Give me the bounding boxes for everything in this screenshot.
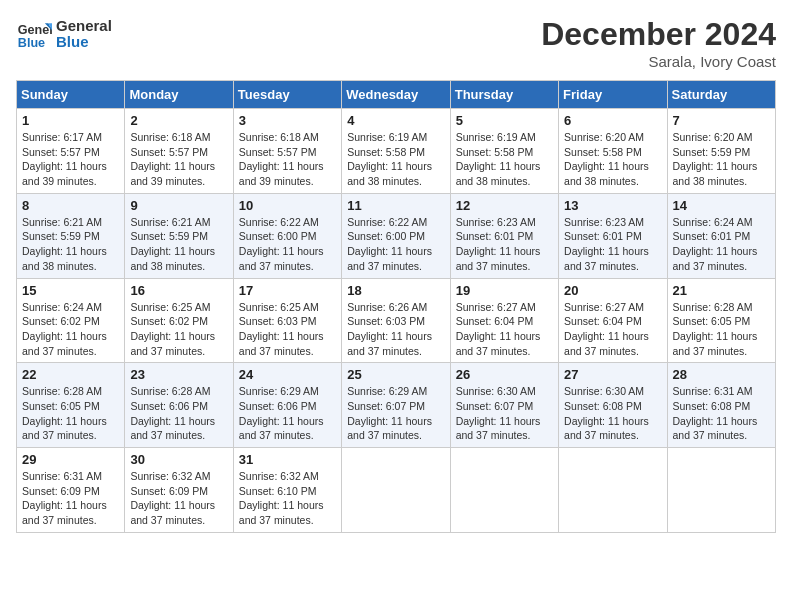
calendar-cell-day-31: 31Sunrise: 6:32 AM Sunset: 6:10 PM Dayli… [233,448,341,533]
calendar-cell-day-10: 10Sunrise: 6:22 AM Sunset: 6:00 PM Dayli… [233,193,341,278]
column-header-wednesday: Wednesday [342,81,450,109]
calendar-cell-day-22: 22Sunrise: 6:28 AM Sunset: 6:05 PM Dayli… [17,363,125,448]
day-number: 5 [456,113,553,128]
day-number: 17 [239,283,336,298]
day-number: 24 [239,367,336,382]
calendar-cell-day-29: 29Sunrise: 6:31 AM Sunset: 6:09 PM Dayli… [17,448,125,533]
calendar-cell-day-12: 12Sunrise: 6:23 AM Sunset: 6:01 PM Dayli… [450,193,558,278]
calendar-cell-day-14: 14Sunrise: 6:24 AM Sunset: 6:01 PM Dayli… [667,193,775,278]
month-title: December 2024 [541,16,776,53]
logo-icon: General Blue [16,16,52,52]
calendar-week-row: 15Sunrise: 6:24 AM Sunset: 6:02 PM Dayli… [17,278,776,363]
day-number: 10 [239,198,336,213]
calendar-week-row: 29Sunrise: 6:31 AM Sunset: 6:09 PM Dayli… [17,448,776,533]
calendar-cell-day-9: 9Sunrise: 6:21 AM Sunset: 5:59 PM Daylig… [125,193,233,278]
calendar-cell-day-5: 5Sunrise: 6:19 AM Sunset: 5:58 PM Daylig… [450,109,558,194]
day-number: 13 [564,198,661,213]
column-header-tuesday: Tuesday [233,81,341,109]
day-info: Sunrise: 6:19 AM Sunset: 5:58 PM Dayligh… [347,130,444,189]
day-info: Sunrise: 6:22 AM Sunset: 6:00 PM Dayligh… [347,215,444,274]
day-number: 18 [347,283,444,298]
day-number: 23 [130,367,227,382]
calendar-cell-day-15: 15Sunrise: 6:24 AM Sunset: 6:02 PM Dayli… [17,278,125,363]
calendar-cell-day-3: 3Sunrise: 6:18 AM Sunset: 5:57 PM Daylig… [233,109,341,194]
calendar-cell-day-28: 28Sunrise: 6:31 AM Sunset: 6:08 PM Dayli… [667,363,775,448]
svg-text:Blue: Blue [18,36,45,50]
day-info: Sunrise: 6:31 AM Sunset: 6:08 PM Dayligh… [673,384,770,443]
location-subtitle: Sarala, Ivory Coast [541,53,776,70]
day-number: 28 [673,367,770,382]
day-info: Sunrise: 6:31 AM Sunset: 6:09 PM Dayligh… [22,469,119,528]
day-number: 15 [22,283,119,298]
calendar-cell-day-25: 25Sunrise: 6:29 AM Sunset: 6:07 PM Dayli… [342,363,450,448]
column-header-saturday: Saturday [667,81,775,109]
day-info: Sunrise: 6:27 AM Sunset: 6:04 PM Dayligh… [564,300,661,359]
day-number: 2 [130,113,227,128]
calendar-cell-day-20: 20Sunrise: 6:27 AM Sunset: 6:04 PM Dayli… [559,278,667,363]
calendar-cell-day-13: 13Sunrise: 6:23 AM Sunset: 6:01 PM Dayli… [559,193,667,278]
day-number: 14 [673,198,770,213]
day-info: Sunrise: 6:32 AM Sunset: 6:09 PM Dayligh… [130,469,227,528]
day-info: Sunrise: 6:21 AM Sunset: 5:59 PM Dayligh… [22,215,119,274]
day-number: 7 [673,113,770,128]
day-number: 11 [347,198,444,213]
calendar-header-row: SundayMondayTuesdayWednesdayThursdayFrid… [17,81,776,109]
day-info: Sunrise: 6:29 AM Sunset: 6:06 PM Dayligh… [239,384,336,443]
calendar-cell-day-24: 24Sunrise: 6:29 AM Sunset: 6:06 PM Dayli… [233,363,341,448]
day-info: Sunrise: 6:19 AM Sunset: 5:58 PM Dayligh… [456,130,553,189]
day-number: 3 [239,113,336,128]
day-number: 27 [564,367,661,382]
day-number: 4 [347,113,444,128]
empty-cell [667,448,775,533]
empty-cell [559,448,667,533]
day-number: 16 [130,283,227,298]
calendar-cell-day-23: 23Sunrise: 6:28 AM Sunset: 6:06 PM Dayli… [125,363,233,448]
calendar-cell-day-27: 27Sunrise: 6:30 AM Sunset: 6:08 PM Dayli… [559,363,667,448]
day-info: Sunrise: 6:18 AM Sunset: 5:57 PM Dayligh… [239,130,336,189]
page-header: General Blue General Blue December 2024 … [16,16,776,70]
day-number: 19 [456,283,553,298]
day-info: Sunrise: 6:21 AM Sunset: 5:59 PM Dayligh… [130,215,227,274]
day-info: Sunrise: 6:23 AM Sunset: 6:01 PM Dayligh… [564,215,661,274]
day-info: Sunrise: 6:24 AM Sunset: 6:01 PM Dayligh… [673,215,770,274]
calendar-cell-day-8: 8Sunrise: 6:21 AM Sunset: 5:59 PM Daylig… [17,193,125,278]
day-info: Sunrise: 6:30 AM Sunset: 6:07 PM Dayligh… [456,384,553,443]
title-block: December 2024 Sarala, Ivory Coast [541,16,776,70]
day-info: Sunrise: 6:26 AM Sunset: 6:03 PM Dayligh… [347,300,444,359]
day-number: 20 [564,283,661,298]
day-info: Sunrise: 6:28 AM Sunset: 6:06 PM Dayligh… [130,384,227,443]
day-info: Sunrise: 6:30 AM Sunset: 6:08 PM Dayligh… [564,384,661,443]
column-header-thursday: Thursday [450,81,558,109]
day-info: Sunrise: 6:29 AM Sunset: 6:07 PM Dayligh… [347,384,444,443]
day-number: 31 [239,452,336,467]
day-info: Sunrise: 6:18 AM Sunset: 5:57 PM Dayligh… [130,130,227,189]
day-number: 8 [22,198,119,213]
calendar-cell-day-7: 7Sunrise: 6:20 AM Sunset: 5:59 PM Daylig… [667,109,775,194]
day-number: 22 [22,367,119,382]
logo-line2: Blue [56,34,112,51]
day-number: 21 [673,283,770,298]
calendar-cell-day-4: 4Sunrise: 6:19 AM Sunset: 5:58 PM Daylig… [342,109,450,194]
day-number: 25 [347,367,444,382]
calendar-cell-day-16: 16Sunrise: 6:25 AM Sunset: 6:02 PM Dayli… [125,278,233,363]
day-info: Sunrise: 6:25 AM Sunset: 6:02 PM Dayligh… [130,300,227,359]
day-number: 6 [564,113,661,128]
day-info: Sunrise: 6:28 AM Sunset: 6:05 PM Dayligh… [673,300,770,359]
calendar-cell-day-1: 1Sunrise: 6:17 AM Sunset: 5:57 PM Daylig… [17,109,125,194]
column-header-friday: Friday [559,81,667,109]
day-info: Sunrise: 6:32 AM Sunset: 6:10 PM Dayligh… [239,469,336,528]
day-number: 9 [130,198,227,213]
day-info: Sunrise: 6:17 AM Sunset: 5:57 PM Dayligh… [22,130,119,189]
day-info: Sunrise: 6:23 AM Sunset: 6:01 PM Dayligh… [456,215,553,274]
empty-cell [342,448,450,533]
logo: General Blue General Blue [16,16,112,52]
calendar-cell-day-30: 30Sunrise: 6:32 AM Sunset: 6:09 PM Dayli… [125,448,233,533]
day-number: 26 [456,367,553,382]
calendar-week-row: 1Sunrise: 6:17 AM Sunset: 5:57 PM Daylig… [17,109,776,194]
calendar-cell-day-17: 17Sunrise: 6:25 AM Sunset: 6:03 PM Dayli… [233,278,341,363]
calendar-cell-day-2: 2Sunrise: 6:18 AM Sunset: 5:57 PM Daylig… [125,109,233,194]
calendar-week-row: 22Sunrise: 6:28 AM Sunset: 6:05 PM Dayli… [17,363,776,448]
logo-line1: General [56,18,112,35]
column-header-sunday: Sunday [17,81,125,109]
calendar-cell-day-21: 21Sunrise: 6:28 AM Sunset: 6:05 PM Dayli… [667,278,775,363]
